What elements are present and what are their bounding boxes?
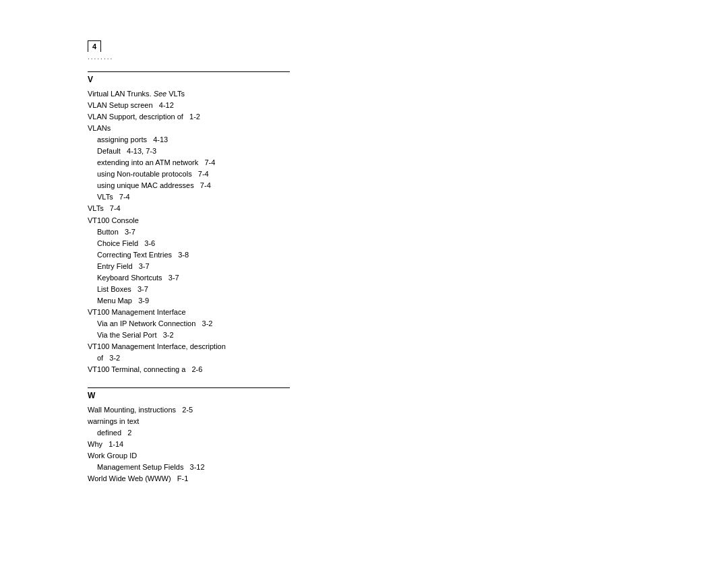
entry-via-serial: Via the Serial Port 3-2 xyxy=(88,330,290,341)
entry-vt100-console: VT100 Console xyxy=(88,215,290,226)
entry-via-ip: Via an IP Network Connection 3-2 xyxy=(88,318,290,330)
entry-list-boxes: List Boxes 3-7 xyxy=(88,284,290,295)
page-number: 4 xyxy=(88,40,101,52)
entry-defined: defined 2 xyxy=(88,427,290,439)
entry-vlan-support: VLAN Support, description of 1-2 xyxy=(88,111,290,123)
entry-vt100-mgmt: VT100 Management Interface xyxy=(88,307,290,318)
entry-virtual-lan: Virtual LAN Trunks. See VLTs xyxy=(88,88,290,100)
entry-assigning-ports: assigning ports 4-13 xyxy=(88,134,290,146)
section-w-letter: W xyxy=(88,391,290,400)
entry-why: Why 1-14 xyxy=(88,439,290,450)
entry-work-group-id: Work Group ID xyxy=(88,450,290,462)
entry-vt100-mgmt-desc: VT100 Management Interface, description xyxy=(88,341,290,352)
entry-world-wide-web: World Wide Web (WWW) F-1 xyxy=(88,473,290,485)
section-v-letter: V xyxy=(88,75,290,84)
entry-keyboard-shortcuts: Keyboard Shortcuts 3-7 xyxy=(88,272,290,284)
entry-non-routable: using Non-routable protocols 7-4 xyxy=(88,168,290,180)
entry-vlans: VLANs xyxy=(88,123,290,134)
section-v: V Virtual LAN Trunks. See VLTs VLAN Setu… xyxy=(88,71,290,375)
content-area: 4 ........ V Virtual LAN Trunks. See VLT… xyxy=(88,40,290,497)
entry-unique-mac: using unique MAC addresses 7-4 xyxy=(88,180,290,191)
entry-vt100-mgmt-desc-of: of 3-2 xyxy=(88,352,290,364)
entry-menu-map: Menu Map 3-9 xyxy=(88,295,290,307)
page-number-box: 4 xyxy=(88,40,290,53)
entry-wall-mounting: Wall Mounting, instructions 2-5 xyxy=(88,404,290,416)
dots-decoration: ........ xyxy=(88,53,290,61)
entry-choice-field: Choice Field 3-6 xyxy=(88,238,290,249)
entry-entry-field: Entry Field 3-7 xyxy=(88,261,290,272)
entry-correcting-text: Correcting Text Entries 3-8 xyxy=(88,249,290,261)
section-w: W Wall Mounting, instructions 2-5 warnin… xyxy=(88,387,290,485)
entry-default: Default 4-13, 7-3 xyxy=(88,146,290,157)
entry-vt100-terminal: VT100 Terminal, connecting a 2-6 xyxy=(88,364,290,375)
entry-vlan-setup: VLAN Setup screen 4-12 xyxy=(88,100,290,111)
entry-vlts-main: VLTs 7-4 xyxy=(88,203,290,214)
entry-vlts-sub: VLTs 7-4 xyxy=(88,191,290,203)
section-v-divider xyxy=(88,71,290,72)
page-container: 4 ........ V Virtual LAN Trunks. See VLT… xyxy=(0,0,728,562)
entry-button: Button 3-7 xyxy=(88,226,290,238)
entry-extending-atm: extending into an ATM network 7-4 xyxy=(88,157,290,168)
entry-warnings-in-text: warnings in text xyxy=(88,416,290,427)
entry-mgmt-setup-fields: Management Setup Fields 3-12 xyxy=(88,462,290,473)
section-w-divider xyxy=(88,387,290,388)
